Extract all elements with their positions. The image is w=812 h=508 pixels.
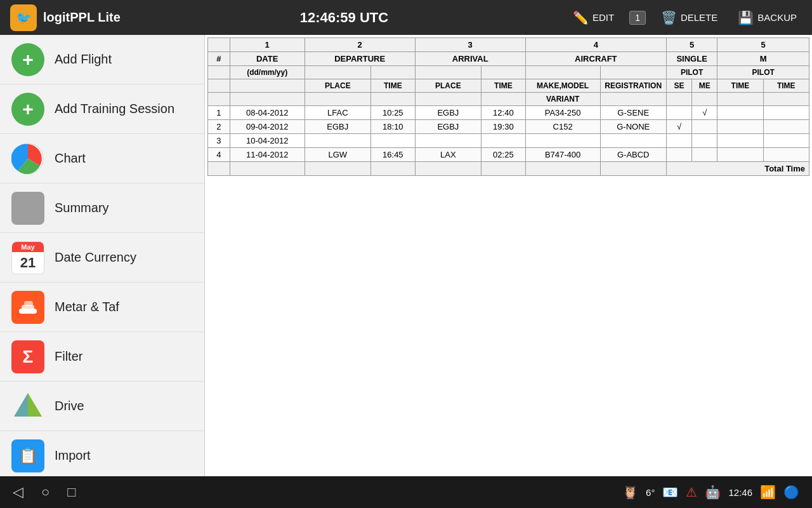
drive-icon xyxy=(11,390,44,423)
summary-label: Summary xyxy=(55,201,109,215)
back-button[interactable]: ◁ xyxy=(13,484,23,500)
arr-time-sub xyxy=(481,66,526,79)
se-label: SE xyxy=(666,79,691,93)
delete-label: DELETE xyxy=(681,12,717,23)
app-title: logitPPL Lite xyxy=(43,10,121,25)
dep-place-label: PLACE xyxy=(304,79,370,93)
edit-icon: ✏️ xyxy=(573,10,589,25)
sidebar-item-import[interactable]: 📋 Import xyxy=(0,431,204,476)
table-cell: EGBJ xyxy=(304,120,370,134)
sidebar-item-add-flight[interactable]: + Add Flight xyxy=(0,35,204,84)
empty-time-header xyxy=(208,79,230,93)
total-empty5 xyxy=(415,162,481,176)
table-cell: √ xyxy=(692,106,717,120)
col3-num-header: 3 xyxy=(415,38,525,52)
chart-label: Chart xyxy=(55,151,86,166)
backup-label: BACKUP xyxy=(757,12,797,23)
table-cell: C152 xyxy=(525,120,600,134)
svg-marker-5 xyxy=(28,393,42,417)
outlook-icon: 📧 xyxy=(662,485,678,500)
table-cell: 10-04-2012 xyxy=(230,134,304,148)
edit-button[interactable]: ✏️ EDIT xyxy=(568,8,619,28)
table-cell: LAX xyxy=(415,148,481,162)
empty-variant5 xyxy=(415,93,481,106)
total-empty6 xyxy=(481,162,526,176)
table-cell: PA34-250 xyxy=(525,106,600,120)
metar-taf-label: Metar & Taf xyxy=(55,300,119,314)
page-number[interactable]: 1 xyxy=(629,11,646,25)
app-logo: 🐦 xyxy=(10,4,37,31)
content-area: 1 2 3 4 5 5 # DATE DEPARTURE ARRIVAL AIR… xyxy=(205,35,812,476)
table-cell xyxy=(481,134,526,148)
empty-variant7 xyxy=(600,93,666,106)
add-flight-icon: + xyxy=(11,43,44,76)
edit-label: EDIT xyxy=(593,12,614,23)
table-cell: 1 xyxy=(208,106,230,120)
table-cell: EGBJ xyxy=(415,120,481,134)
owl-icon: 🦉 xyxy=(622,485,638,500)
table-cell xyxy=(371,134,416,148)
sidebar-item-date-currency[interactable]: May 21 Date Currency xyxy=(0,233,204,283)
total-empty8 xyxy=(600,162,666,176)
empty-variant11 xyxy=(763,93,809,106)
empty-variant9 xyxy=(692,93,717,106)
table-cell xyxy=(666,134,691,148)
table-cell xyxy=(692,120,717,134)
table-cell: 02:25 xyxy=(481,148,526,162)
col-hash-header xyxy=(208,38,230,52)
metar-icon xyxy=(11,291,44,324)
table-row[interactable]: 108-04-2012LFAC10:25EGBJ12:40PA34-250G-S… xyxy=(208,106,809,120)
col6-num-header: 5 xyxy=(717,38,809,52)
table-cell xyxy=(304,134,370,148)
table-cell xyxy=(717,106,763,120)
table-cell xyxy=(415,134,481,148)
sidebar-item-chart[interactable]: Chart xyxy=(0,134,204,184)
table-cell: 08-04-2012 xyxy=(230,106,304,120)
table-cell: B747-400 xyxy=(525,148,600,162)
backup-button[interactable]: 💾 BACKUP xyxy=(733,8,802,28)
sidebar-item-filter[interactable]: Σ Filter xyxy=(0,332,204,382)
wifi-icon: 📶 xyxy=(760,485,776,500)
pilot-sub2: PILOT xyxy=(717,66,809,79)
table-cell xyxy=(692,148,717,162)
table-cell xyxy=(763,148,809,162)
dep-time-label: TIME xyxy=(371,79,416,93)
table-row[interactable]: 411-04-2012LGW16:45LAX02:25B747-400G-ABC… xyxy=(208,148,809,162)
table-row[interactable]: 209-04-2012EGBJ18:10EGBJ19:30C152G-NONE√ xyxy=(208,120,809,134)
import-icon: 📋 xyxy=(11,439,44,472)
reg-label: REGISTRATION xyxy=(600,79,666,93)
reg-sub xyxy=(600,66,666,79)
table-body: 108-04-2012LFAC10:25EGBJ12:40PA34-250G-S… xyxy=(208,106,809,162)
sidebar-item-metar-taf[interactable]: Metar & Taf xyxy=(0,283,204,332)
calendar-month: May xyxy=(12,242,44,252)
backup-icon: 💾 xyxy=(738,10,754,25)
arr-time-label: TIME xyxy=(481,79,526,93)
add-training-icon: + xyxy=(11,93,44,126)
sidebar-item-summary[interactable]: Summary xyxy=(0,184,204,233)
table-cell: √ xyxy=(666,120,691,134)
empty-time-header2 xyxy=(230,79,304,93)
col5-num-header: 5 xyxy=(666,38,717,52)
recents-button[interactable]: □ xyxy=(67,484,75,500)
date-format-header: (dd/mm/yy) xyxy=(230,66,304,79)
arrival-col-header: ARRIVAL xyxy=(415,52,525,66)
status-bar: ◁ ○ □ 🦉 6° 📧 ⚠ 🤖 12:46 📶 🔵 xyxy=(0,476,812,508)
table-cell: EGBJ xyxy=(415,106,481,120)
table-cell: 18:10 xyxy=(371,120,416,134)
table-cell xyxy=(666,148,691,162)
total-empty3 xyxy=(304,162,370,176)
table-row[interactable]: 310-04-2012 xyxy=(208,134,809,148)
delete-button[interactable]: 🗑️ DELETE xyxy=(656,8,723,28)
status-indicators: 🦉 6° 📧 ⚠ 🤖 12:46 📶 🔵 xyxy=(622,485,799,500)
total-empty7 xyxy=(525,162,600,176)
svg-marker-6 xyxy=(14,393,28,417)
toolbar-actions: ✏️ EDIT 1 🗑️ DELETE 💾 BACKUP xyxy=(568,8,802,28)
table-cell: 10:25 xyxy=(371,106,416,120)
alert-icon: ⚠ xyxy=(686,485,697,500)
table-cell: G-ABCD xyxy=(600,148,666,162)
sidebar-item-add-training[interactable]: + Add Training Session xyxy=(0,84,204,134)
top-bar: 🐦 logitPPL Lite 12:46:59 UTC ✏️ EDIT 1 🗑… xyxy=(0,0,812,35)
table-cell xyxy=(763,106,809,120)
home-button[interactable]: ○ xyxy=(41,484,49,500)
sidebar-item-drive[interactable]: Drive xyxy=(0,382,204,431)
